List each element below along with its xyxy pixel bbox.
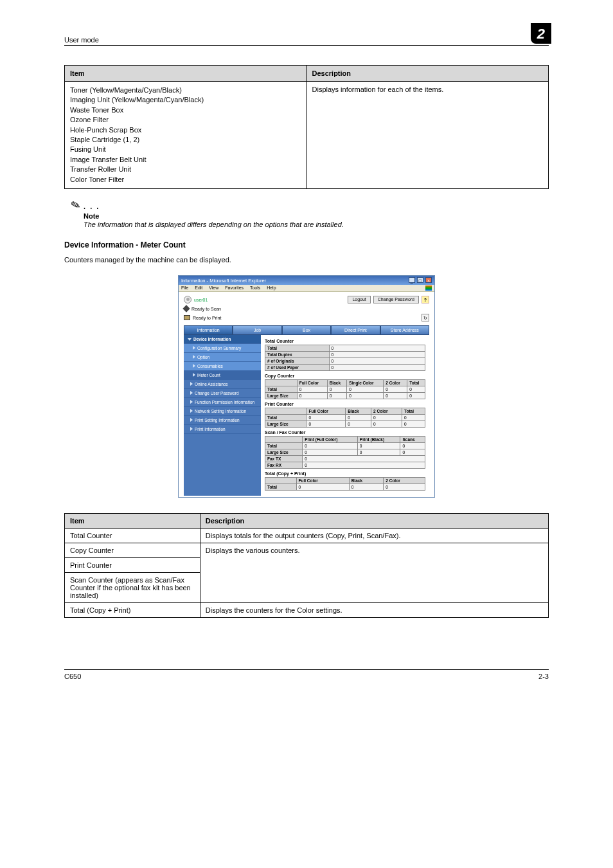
close-icon[interactable]: ×	[425, 277, 432, 283]
status-row: Ready to Scan	[184, 306, 429, 311]
total-cp-title: Total (Copy + Print)	[265, 471, 425, 476]
sidebar-head-device-info[interactable]: Device Information	[184, 335, 261, 344]
note-block: ✎ . . . Note The information that is dis…	[71, 198, 549, 229]
menu-help[interactable]: Help	[267, 285, 276, 290]
col-item-header: Item	[65, 66, 307, 82]
chevron-right-icon	[193, 364, 195, 368]
chevron-right-icon	[193, 355, 195, 359]
total-cp-table: Full Color Black 2 Color Total000	[265, 477, 425, 491]
chevron-right-icon	[190, 400, 193, 404]
copy-counter-title: Copy Counter	[265, 374, 425, 378]
menu-favorites[interactable]: Favorites	[225, 285, 244, 290]
footer-page: 2-3	[538, 673, 549, 680]
printer-status: Ready to Print	[193, 316, 221, 320]
row-total-copy-print: Total (Copy + Print)	[65, 603, 200, 618]
logout-button[interactable]: Logout	[348, 296, 370, 303]
chapter-number-badge: 2	[531, 23, 551, 44]
item-description-table: Item Description Total Counter Displays …	[64, 513, 549, 618]
change-password-button[interactable]: Change Password	[373, 296, 419, 303]
window-controls: _ □ ×	[408, 277, 432, 284]
page-footer: C650 2-3	[64, 669, 549, 680]
menu-view[interactable]: View	[209, 285, 218, 290]
chevron-down-icon	[188, 338, 191, 341]
pen-icon: ✎	[69, 197, 82, 213]
ie-flag-icon	[425, 285, 432, 291]
sidebar-item-function-permission[interactable]: Function Permission Information	[184, 398, 261, 407]
tab-box[interactable]: Box	[282, 325, 331, 335]
row-scan-counter: Scan Counter (appears as Scan/Fax Counte…	[65, 573, 200, 603]
tab-information[interactable]: Information	[184, 325, 233, 335]
menu-tools[interactable]: Tools	[250, 285, 260, 290]
maximize-icon[interactable]: □	[417, 277, 423, 283]
consumables-list-cell: Toner (Yellow/Magenta/Cyan/Black) Imagin…	[65, 82, 307, 189]
scanfax-counter-title: Scan / Fax Counter	[265, 430, 425, 435]
consumables-table: Item Description Toner (Yellow/Magenta/C…	[64, 65, 549, 189]
scanfax-counter-table: Print (Full Color) Print (Black) Scans T…	[265, 436, 425, 469]
footer-model: C650	[64, 673, 81, 680]
col-desc-header: Description	[306, 66, 549, 82]
sidebar: Device Information Configuration Summary…	[184, 335, 261, 496]
content-area: Total Counter Total0 Total Duplex0 # of …	[261, 335, 429, 496]
col-item-header: Item	[65, 514, 200, 529]
print-counter-title: Print Counter	[265, 402, 425, 406]
copy-counter-table: Full Color Black Single Color 2 Color To…	[265, 379, 425, 399]
sidebar-item-print-information[interactable]: Print Information	[184, 425, 261, 434]
sidebar-item-print-setting[interactable]: Print Setting Information	[184, 416, 261, 425]
nav-tabs: Information Job Box Direct Print Store A…	[184, 325, 429, 335]
window-title: Information - Microsoft Internet Explore…	[181, 278, 266, 284]
note-title: Note	[84, 212, 549, 220]
menu-file[interactable]: File	[181, 285, 188, 290]
chevron-right-icon	[193, 373, 195, 377]
section-body: Counters managed by the machine can be d…	[64, 256, 549, 264]
tab-direct-print[interactable]: Direct Print	[331, 325, 380, 335]
chevron-right-icon	[193, 346, 195, 350]
sidebar-item-meter-count[interactable]: Meter Count	[184, 371, 261, 380]
row-print-counter: Print Counter	[65, 558, 200, 573]
note-body: The information that is displayed differ…	[84, 220, 549, 229]
scanner-status: Ready to Scan	[191, 307, 221, 311]
window-titlebar: Information - Microsoft Internet Explore…	[179, 276, 434, 285]
browser-window: Information - Microsoft Internet Explore…	[178, 275, 435, 498]
sidebar-item-consumables[interactable]: Consumables	[184, 362, 261, 371]
chevron-right-icon	[190, 427, 193, 431]
menu-bar: File Edit View Favorites Tools Help	[179, 285, 434, 292]
row-total-counter: Total Counter	[65, 529, 200, 543]
help-icon[interactable]: ?	[422, 296, 429, 303]
user-indicator: user01	[184, 296, 208, 303]
col-desc-header: Description	[200, 514, 548, 529]
sidebar-item-option[interactable]: Option	[184, 353, 261, 362]
sidebar-item-config-summary[interactable]: Configuration Summary	[184, 344, 261, 353]
refresh-icon[interactable]: ↻	[422, 314, 429, 321]
user-icon	[184, 296, 191, 303]
username: user01	[194, 298, 208, 302]
tab-job[interactable]: Job	[233, 325, 281, 335]
tab-store-address[interactable]: Store Address	[380, 325, 429, 335]
total-counter-table: Total0 Total Duplex0 # of Originals0 # o…	[265, 345, 425, 371]
chevron-right-icon	[190, 418, 193, 422]
scanner-status-icon	[182, 305, 190, 312]
sidebar-item-online-assistance[interactable]: Online Assistance	[184, 380, 261, 389]
row-copy-counter: Copy Counter	[65, 543, 200, 558]
printer-status-icon	[184, 315, 190, 320]
sidebar-item-network-setting[interactable]: Network Setting Information	[184, 407, 261, 416]
header-section: User mode	[64, 36, 99, 44]
total-counter-title: Total Counter	[265, 339, 425, 343]
chevron-right-icon	[190, 391, 193, 395]
section-title: Device Information - Meter Count	[64, 240, 549, 249]
print-counter-table: Full Color Black 2 Color Total Total0000…	[265, 408, 425, 428]
consumables-desc-cell: Displays information for each of the ite…	[306, 82, 549, 189]
chevron-right-icon	[190, 382, 193, 386]
minimize-icon[interactable]: _	[409, 277, 415, 283]
menu-edit[interactable]: Edit	[195, 285, 202, 290]
page-header: User mode 2	[64, 23, 549, 46]
sidebar-item-change-user-password[interactable]: Change User Password	[184, 389, 261, 398]
chevron-right-icon	[190, 409, 193, 413]
